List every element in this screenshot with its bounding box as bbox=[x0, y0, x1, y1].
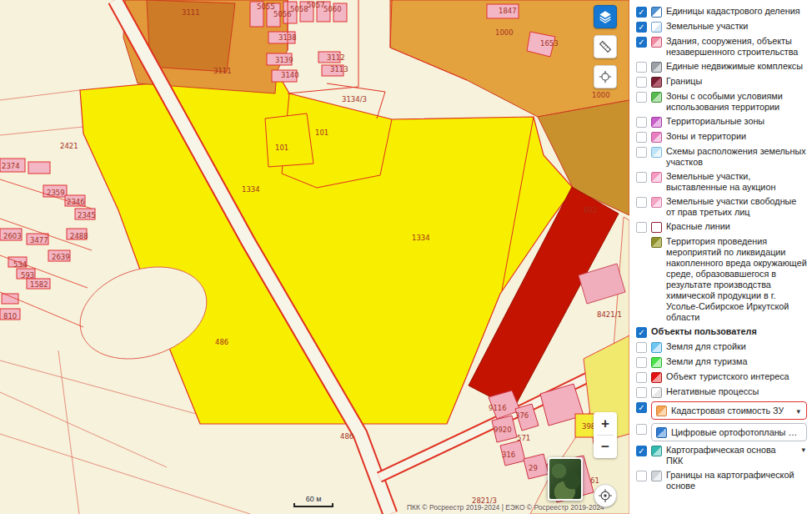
layer-row[interactable]: Схемы расположения земельных участков bbox=[629, 144, 812, 169]
svg-text:101: 101 bbox=[315, 128, 328, 137]
locate-point-button[interactable] bbox=[594, 65, 617, 88]
layer-swatch-icon bbox=[656, 406, 667, 416]
layer-checkbox[interactable] bbox=[636, 387, 647, 398]
layer-label: Территория проведения мероприятий по лик… bbox=[666, 236, 807, 323]
pkk-app: 3111311150555056505850575060313831393140… bbox=[0, 0, 812, 514]
layer-checkbox[interactable] bbox=[636, 197, 647, 208]
svg-text:602: 602 bbox=[584, 206, 597, 214]
map-toolbar bbox=[594, 5, 617, 88]
layer-row[interactable]: Границы на картографической основе bbox=[629, 468, 812, 493]
layer-rowbox: Земли для туризма bbox=[651, 356, 807, 368]
layer-checkbox[interactable] bbox=[636, 62, 647, 73]
layer-row[interactable]: ✓ Единицы кадастрового деления bbox=[629, 4, 812, 19]
svg-text:3111: 3111 bbox=[182, 8, 200, 17]
layer-label: Зоны и территории bbox=[666, 131, 746, 142]
layer-checkbox[interactable] bbox=[636, 372, 647, 383]
layer-rowbox: Границы на картографической основе bbox=[651, 470, 807, 491]
layer-row[interactable]: Границы bbox=[629, 74, 812, 89]
layer-checkbox[interactable] bbox=[636, 92, 647, 103]
ruler-icon bbox=[598, 39, 613, 54]
svg-text:2359: 2359 bbox=[47, 189, 65, 197]
layers-icon bbox=[598, 9, 613, 24]
svg-text:593: 593 bbox=[21, 271, 34, 280]
layer-checkbox[interactable] bbox=[636, 172, 647, 183]
svg-text:2488: 2488 bbox=[70, 232, 88, 240]
layer-checkbox[interactable] bbox=[636, 147, 647, 158]
svg-text:316: 316 bbox=[502, 451, 515, 459]
layer-label: Негативные процессы bbox=[666, 386, 759, 397]
layer-rowbox: Объекты пользователя bbox=[651, 326, 807, 337]
chevron-down-icon[interactable]: ▾ bbox=[793, 406, 802, 416]
layer-rowbox: Негативные процессы bbox=[651, 386, 807, 398]
layer-row[interactable]: ✓ Земельные участки bbox=[629, 19, 812, 34]
layer-label: Кадастровая стоимость ЗУ bbox=[671, 406, 784, 416]
layer-row[interactable]: Территориальные зоны bbox=[629, 114, 812, 129]
basemap-preview[interactable] bbox=[548, 457, 583, 501]
layer-rowbox: Территориальные зоны bbox=[651, 116, 807, 128]
svg-text:2374: 2374 bbox=[2, 162, 20, 170]
layer-row[interactable]: ✓ Здания, сооружения, объекты незавершен… bbox=[629, 34, 812, 59]
svg-text:3134/3: 3134/3 bbox=[342, 95, 367, 103]
layer-row[interactable]: Зоны и территории bbox=[629, 129, 812, 144]
layer-row[interactable]: Территория проведения мероприятий по лик… bbox=[629, 234, 812, 325]
zoom-in-button[interactable]: + bbox=[594, 412, 617, 435]
layer-swatch-icon bbox=[651, 237, 662, 248]
layer-checkbox[interactable] bbox=[636, 424, 647, 435]
layer-row[interactable]: Единые недвижимые комплексы bbox=[629, 59, 812, 74]
layer-row[interactable]: ✓ Картографическая основа ПКК ▾ bbox=[629, 443, 812, 468]
layer-row[interactable]: Земельные участки свободные от прав трет… bbox=[629, 194, 812, 219]
layer-swatch-icon bbox=[651, 372, 662, 383]
layer-checkbox[interactable]: ✓ bbox=[636, 402, 647, 413]
layer-swatch-icon bbox=[651, 222, 662, 233]
layer-row[interactable]: Земли для туризма bbox=[629, 355, 812, 370]
layer-checkbox[interactable]: ✓ bbox=[636, 327, 647, 338]
layer-checkbox[interactable]: ✓ bbox=[636, 37, 647, 48]
svg-text:2639: 2639 bbox=[52, 253, 70, 261]
layer-checkbox[interactable] bbox=[636, 222, 647, 233]
map-canvas[interactable]: 3111311150555056505850575060313831393140… bbox=[0, 0, 629, 514]
layer-swatch-icon bbox=[651, 37, 662, 48]
layer-rowbox: Земля для стройки bbox=[651, 341, 807, 353]
layer-checkbox[interactable] bbox=[636, 117, 647, 128]
svg-text:2421: 2421 bbox=[60, 142, 78, 150]
layer-checkbox[interactable]: ✓ bbox=[636, 446, 647, 456]
layer-label: Земельные участки, выставленные на аукци… bbox=[666, 171, 807, 193]
svg-text:9116: 9116 bbox=[489, 404, 507, 412]
cadastral-map[interactable]: 3111311150555056505850575060313831393140… bbox=[0, 0, 629, 514]
chevron-down-icon[interactable]: ▾ bbox=[798, 445, 807, 454]
layer-row[interactable]: ✓ Объекты пользователя bbox=[629, 325, 812, 340]
geolocation-button[interactable] bbox=[594, 484, 617, 507]
layer-swatch-icon bbox=[651, 62, 662, 73]
layer-row[interactable]: Зоны с особыми условиями использования т… bbox=[629, 89, 812, 114]
svg-text:5055: 5055 bbox=[257, 3, 275, 11]
crosshair-icon bbox=[598, 69, 613, 84]
svg-text:2345: 2345 bbox=[78, 211, 96, 219]
layer-checkbox[interactable] bbox=[636, 77, 647, 88]
layer-row[interactable]: Земельные участки, выставленные на аукци… bbox=[629, 169, 812, 194]
layer-checkbox[interactable] bbox=[636, 357, 647, 368]
zoom-out-button[interactable]: − bbox=[594, 436, 617, 458]
layer-label: Объекты пользователя bbox=[651, 326, 757, 337]
svg-text:5056: 5056 bbox=[273, 10, 292, 18]
svg-text:534: 534 bbox=[13, 260, 27, 269]
layer-rowbox: Земельные участки свободные от прав трет… bbox=[651, 196, 807, 218]
layer-row[interactable]: Земля для стройки bbox=[629, 340, 812, 355]
layer-checkbox[interactable] bbox=[636, 471, 647, 481]
layer-row[interactable]: Объект туристского интереса bbox=[629, 370, 812, 385]
layer-row[interactable]: Цифровые ортофотопланы ФФ... bbox=[629, 421, 812, 443]
layers-button[interactable] bbox=[594, 5, 617, 28]
layer-swatch-icon bbox=[651, 22, 662, 33]
layer-row[interactable]: Негативные процессы bbox=[629, 385, 812, 400]
layer-row[interactable]: Красные линии bbox=[629, 219, 812, 234]
layer-checkbox[interactable] bbox=[636, 132, 647, 143]
measure-button[interactable] bbox=[594, 35, 617, 58]
layer-checkbox[interactable] bbox=[636, 342, 647, 353]
layer-checkbox[interactable]: ✓ bbox=[636, 22, 647, 33]
layer-checkbox[interactable]: ✓ bbox=[636, 7, 647, 18]
layer-label: Здания, сооружения, объекты незавершенно… bbox=[666, 36, 807, 58]
svg-text:486: 486 bbox=[215, 338, 228, 346]
layer-rowbox: Цифровые ортофотопланы ФФ... bbox=[651, 423, 807, 441]
layer-rowbox: Территория проведения мероприятий по лик… bbox=[651, 236, 807, 323]
layer-row[interactable]: ✓ Кадастровая стоимость ЗУ ▾ bbox=[629, 400, 812, 421]
layer-rowbox: Единые недвижимые комплексы bbox=[651, 61, 807, 73]
